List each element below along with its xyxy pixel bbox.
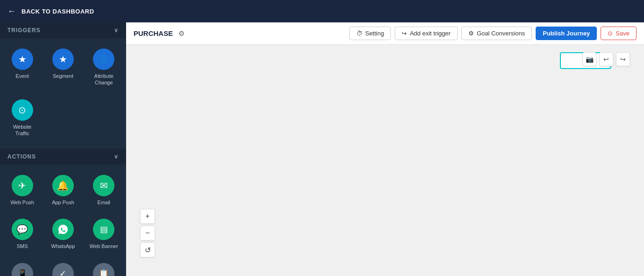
top-header: ← BACK TO DASHBOARD <box>0 0 644 22</box>
event-label: Event <box>16 73 29 79</box>
email-label: Email <box>98 199 111 206</box>
exit-trigger-icon: ↪ <box>402 30 407 37</box>
save-icon: ⊙ <box>608 30 613 37</box>
actions-chevron-icon: ∨ <box>114 153 119 160</box>
actions-section: ✈ Web Push 🔔 App Push ✉ Email 💬 SMS <box>0 165 126 276</box>
attribute-change-icon: 👤 <box>93 48 114 70</box>
actions-label: ACTIONS <box>7 153 36 160</box>
canvas-tools: 📷 ↩ ↪ <box>582 52 630 66</box>
web-push-icon: ✈ <box>12 175 33 196</box>
sms-icon: 💬 <box>12 219 33 240</box>
triggers-section-header[interactable]: TRIGGERS ∨ <box>0 22 126 38</box>
triggers-section: ★ Event ★ Segment 👤 Attribute Change ⊙ W… <box>0 38 126 149</box>
extra1-icon: 📱 <box>12 263 33 276</box>
triggers-chevron-icon: ∨ <box>114 27 119 34</box>
attribute-change-label: Attribute Change <box>87 73 120 86</box>
exit-trigger-label: Add exit trigger <box>410 30 450 37</box>
website-traffic-icon: ⊙ <box>12 99 33 121</box>
whatsapp-icon <box>52 219 74 240</box>
website-traffic-label: Website Traffic <box>6 124 39 137</box>
zoom-reset-button[interactable]: ↺ <box>140 242 155 257</box>
journey-gear-button[interactable]: ⚙ <box>178 29 184 38</box>
undo-tool-button[interactable]: ↩ <box>599 52 613 66</box>
extra3-icon: 📋 <box>93 263 114 276</box>
sidebar-item-attribute-change[interactable]: 👤 Attribute Change <box>85 44 122 91</box>
sidebar-item-event[interactable]: ★ Event <box>4 44 41 91</box>
camera-tool-button[interactable]: 📷 <box>582 52 596 66</box>
sidebar-item-email[interactable]: ✉ Email <box>85 170 122 210</box>
sidebar: TRIGGERS ∨ ★ Event ★ Segment 👤 Attribute… <box>0 22 126 276</box>
sms-label: SMS <box>17 243 28 249</box>
whatsapp-label: WhatsApp <box>51 243 75 249</box>
extra2-icon: ✓ <box>52 263 74 276</box>
triggers-label: TRIGGERS <box>7 27 41 34</box>
segment-icon: ★ <box>52 48 74 70</box>
triggers-grid: ★ Event ★ Segment 👤 Attribute Change ⊙ W… <box>4 44 122 141</box>
canvas-header: PURCHASE ⚙ ⏱ Setting ↪ Add exit trigger … <box>126 22 644 45</box>
redo-tool-button[interactable]: ↪ <box>616 52 630 66</box>
setting-button[interactable]: ⏱ Setting <box>349 27 391 40</box>
canvas-wrapper: PURCHASE ⚙ ⏱ Setting ↪ Add exit trigger … <box>126 22 644 276</box>
setting-label: Setting <box>365 30 384 37</box>
sidebar-item-extra2[interactable]: ✓ <box>44 258 81 276</box>
email-icon: ✉ <box>93 175 114 196</box>
sidebar-item-website-traffic[interactable]: ⊙ Website Traffic <box>4 95 41 142</box>
goal-conversions-button[interactable]: ⚙ Goal Conversions <box>461 27 532 40</box>
sidebar-item-segment[interactable]: ★ Segment <box>44 44 81 91</box>
sidebar-item-whatsapp[interactable]: WhatsApp <box>44 214 81 254</box>
sidebar-item-extra1[interactable]: 📱 <box>4 258 41 276</box>
app-push-icon: 🔔 <box>52 175 74 196</box>
zoom-in-button[interactable]: + <box>140 209 155 224</box>
actions-grid: ✈ Web Push 🔔 App Push ✉ Email 💬 SMS <box>4 170 122 276</box>
web-banner-label: Web Banner <box>90 243 118 249</box>
setting-clock-icon: ⏱ <box>356 30 362 37</box>
app-push-label: App Push <box>52 199 74 206</box>
journey-title: PURCHASE <box>134 29 173 37</box>
zoom-controls: + − ↺ <box>140 209 155 257</box>
goal-label: Goal Conversions <box>477 30 525 37</box>
sidebar-item-extra3[interactable]: 📋 <box>85 258 122 276</box>
main-area: TRIGGERS ∨ ★ Event ★ Segment 👤 Attribute… <box>0 22 644 276</box>
actions-section-header[interactable]: ACTIONS ∨ <box>0 149 126 165</box>
publish-label: Publish Journey <box>543 30 590 37</box>
sidebar-item-web-push[interactable]: ✈ Web Push <box>4 170 41 210</box>
web-banner-icon: ▤ <box>93 219 114 240</box>
sidebar-item-sms[interactable]: 💬 SMS <box>4 214 41 254</box>
zoom-out-button[interactable]: − <box>140 226 155 241</box>
event-icon: ★ <box>12 48 33 70</box>
sidebar-item-app-push[interactable]: 🔔 App Push <box>44 170 81 210</box>
web-push-label: Web Push <box>10 199 34 206</box>
save-button[interactable]: ⊙ Save <box>601 27 637 40</box>
canvas-body: 📷 ↩ ↪ + − ↺ <box>126 45 644 276</box>
back-arrow-icon[interactable]: ← <box>7 7 16 16</box>
segment-label: Segment <box>53 73 73 79</box>
sidebar-item-web-banner[interactable]: ▤ Web Banner <box>85 214 122 254</box>
publish-journey-button[interactable]: Publish Journey <box>536 27 597 40</box>
goal-icon: ⚙ <box>468 30 474 37</box>
save-label: Save <box>616 30 630 37</box>
add-exit-trigger-button[interactable]: ↪ Add exit trigger <box>395 27 457 40</box>
back-to-dashboard-label[interactable]: BACK TO DASHBOARD <box>21 8 94 15</box>
